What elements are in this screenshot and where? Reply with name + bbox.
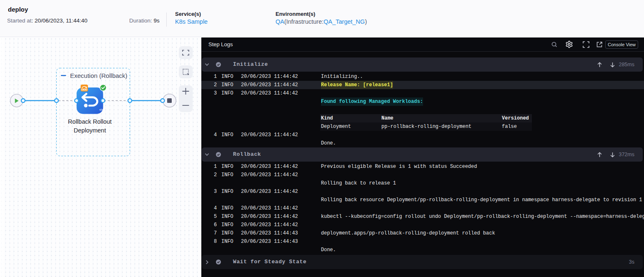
svg-text:</>: </> (99, 108, 103, 112)
